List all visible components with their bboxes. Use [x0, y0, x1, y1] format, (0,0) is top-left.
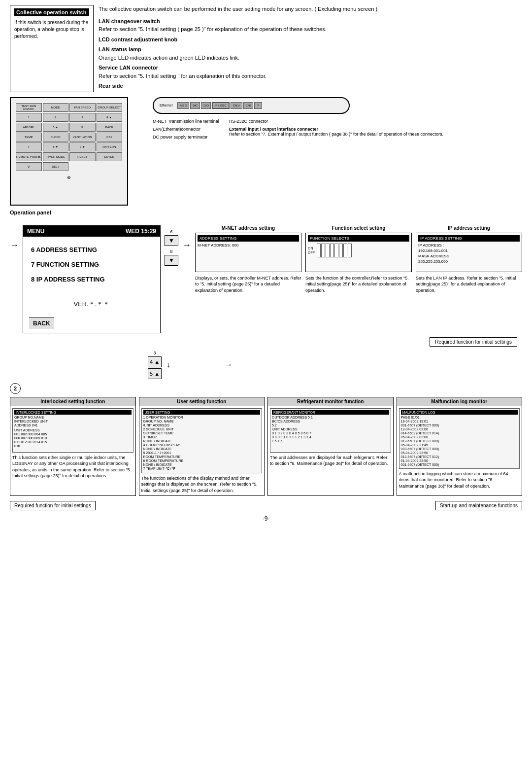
- rear-port-3: D/O: [201, 102, 211, 109]
- refrigerant-line-1: OUTDOOR ADDRESS 5 1: [272, 416, 389, 419]
- malfunction-line-1: PAGE 01/01: [401, 416, 518, 419]
- menu-header: MENU WED 15:29: [23, 226, 160, 237]
- function-dip-container: ON OFF: [308, 244, 409, 257]
- panel-btn-9: 9 ▼: [69, 142, 96, 151]
- diagram-section: TEST RUN ON/OFF MODE FAN SPEED GROUP SEL…: [10, 97, 522, 215]
- panel-btn-testrun: TEST RUN ON/OFF: [16, 103, 42, 112]
- interlocked-line-2: INTERLOCKED UNIT: [14, 420, 132, 423]
- circle-row: 2: [10, 382, 522, 394]
- refrigerant-line-8: 1 5 1 6: [272, 439, 389, 443]
- switch-desc-1: Refer to section "5. Initial setting ( p…: [99, 26, 327, 32]
- bottom-label-left: Required function for initial settings: [10, 501, 96, 510]
- menu-back-container: BACK: [23, 314, 160, 333]
- connector-right: RS-232C connector External input / outpu…: [229, 119, 443, 140]
- mnet-address-desc: Displays, or sets, the controller M-NET …: [195, 275, 301, 294]
- function-select-desc: Sets the function of the controller.Refe…: [305, 275, 412, 294]
- rear-port-1: A B S: [177, 102, 189, 109]
- bottom-nav-label-3: 3: [153, 351, 156, 355]
- user-setting-screen: USER SETTING 1 OPERATION MONITOR GROUP N…: [141, 408, 263, 473]
- ip-address-screen: IP ADDRESS SETTING IP ADDRESS : 192.168.…: [416, 233, 522, 272]
- rear-port-cn1: CN1↑: [231, 102, 242, 109]
- dip-7: [343, 244, 347, 257]
- malfunction-box: Malfunction log monitor MALFUNCTION LOG …: [397, 397, 523, 496]
- circle-symbol: ⊗: [14, 175, 124, 180]
- ip-screen-line-3: MASK ADDRESS:: [418, 254, 520, 258]
- user-line-11: ROOM TEMPERATURE: [143, 455, 261, 459]
- refrigerant-desc: The unit addresses are displayed for eac…: [270, 455, 391, 467]
- menu-box: MENU WED 15:29 6 ADDRESS SETTING 7 FUNCT…: [23, 225, 161, 333]
- connector-left: M-NET Transmission line terminal LAN(Eth…: [153, 119, 219, 140]
- connector-rs232c: RS-232C connector: [229, 119, 443, 124]
- function-select-screen: FUNCTION SELECTS ON OFF: [305, 233, 412, 272]
- user-line-5: SET/BK/SET TEMP: [143, 431, 261, 435]
- dip-2: [321, 244, 325, 257]
- malfunction-header: MALFUNCTION LOG: [401, 410, 518, 415]
- malfunction-line-2: 18-04-2002 19:01: [401, 420, 518, 423]
- panel-btn-1: 1: [16, 113, 42, 122]
- switch-label-1: LAN changeover switch: [99, 18, 160, 24]
- nav-btn-down-9[interactable]: ▼: [165, 255, 178, 266]
- panel-btn-e: E: [69, 123, 96, 132]
- malfunction-line-12: 01-04-2002 23:50: [401, 459, 518, 462]
- panel-btn-enter: ENTER: [97, 152, 123, 161]
- malfunction-line-6: 05-04-2002 03:00: [401, 435, 518, 439]
- refrigerant-title: Refrigerant monitor function: [268, 397, 393, 406]
- interlocked-unit-addr-label: UNIT ADDRESS: [14, 428, 132, 432]
- panel-btn-ds1: DS1+: [43, 162, 69, 171]
- on-off-labels: ON OFF: [308, 247, 315, 254]
- nav-btn-down-7[interactable]: ▼: [165, 235, 178, 246]
- connector-labels: M-NET Transmission line terminal LAN(Eth…: [153, 119, 522, 140]
- function-screen-header: FUNCTION SELECTS: [308, 235, 409, 242]
- rear-diagram: Ethernet A B S D/C D/O RS232C CN1↑ CN2 P: [153, 97, 350, 114]
- rear-port-rs232c: RS232C: [212, 102, 230, 109]
- bottom-nav-buttons: 3 4 ▲ 5 ▲: [148, 351, 162, 379]
- dip-1: [317, 244, 321, 257]
- malfunction-line-4: 12-04-2002 03:00: [401, 427, 518, 431]
- ip-screen-line-2: 192.168.001.001: [418, 248, 520, 253]
- panel-btn-timer: TIMER MODE: [43, 152, 69, 161]
- bottom-nav-btn-4[interactable]: 4 ▲: [148, 356, 162, 367]
- function-select-panel: Function select setting FUNCTION SELECTS…: [305, 225, 412, 294]
- user-setting-content: USER SETTING 1 OPERATION MONITOR GROUP N…: [139, 406, 265, 496]
- panel-btn-group: GROUP SELECT: [97, 103, 123, 112]
- nav-buttons-column: 6 ▼ 8 ▼: [165, 225, 178, 266]
- user-line-14: 7 TEMP UNIT ℃ / ℉: [143, 467, 261, 471]
- malfunction-line-9: 003-6607 (DETECT 000): [401, 447, 518, 451]
- right-descriptions: The collective operation switch can be p…: [99, 5, 522, 92]
- switch-item-2: LCD contrast adjustment knob: [99, 35, 522, 44]
- bottom-nav-row: 3 4 ▲ 5 ▲ ↓ →: [10, 351, 522, 379]
- four-function-boxes: Interlocked setting function INTERLOCKED…: [10, 397, 522, 496]
- switch-label-3: LAN status lamp: [99, 46, 141, 52]
- interlocked-header: INTERLOCKED SETTING: [14, 410, 132, 415]
- menu-item-3: 8 IP ADDRESS SETTING: [31, 273, 152, 286]
- dip-3: [326, 244, 330, 257]
- malfunction-line-11: 012-6607 (DETECT 012): [401, 455, 518, 459]
- malfunction-line-5: 014-6602 (DETECT 014): [401, 431, 518, 435]
- user-line-7: NONE / INDICATE: [143, 439, 261, 443]
- panel-btn-clock: CLOCK: [43, 133, 69, 141]
- circle-2: 2: [10, 383, 21, 394]
- down-arrow-big: ↓: [166, 360, 170, 369]
- user-setting-title: User setting function: [139, 397, 265, 406]
- malfunction-line-8: 05-04-2002 21:45: [401, 443, 518, 447]
- menu-item-2: 7 FUNCTION SETTING: [31, 258, 152, 271]
- rear-port-2: D/C: [190, 102, 200, 109]
- menu-back-button[interactable]: BACK: [29, 318, 54, 329]
- nav-btn-label-6: 6: [165, 229, 178, 234]
- bottom-nav-btn-5[interactable]: 5 ▲: [148, 368, 162, 379]
- mnet-address-panel: M-NET address setting ADDRESS SETTING M-…: [195, 225, 301, 294]
- switch-label-4: Service LAN connector: [99, 65, 158, 71]
- refrigerant-line-6: 0 1 0 2 0 3 0 4 0 5 0 6 0 7: [272, 431, 389, 435]
- refrigerant-box: Refrigerant monitor function REFRIGERANT…: [267, 397, 394, 496]
- user-setting-desc: The function selections of the display m…: [141, 475, 263, 494]
- panel-btn-8: 8 ▼: [43, 142, 69, 151]
- interlocked-content: INTERLOCKED SETTING GROUP NO.NAME INTERL…: [10, 406, 135, 481]
- interlocked-line-3: ADDRESS 041: [14, 424, 132, 427]
- collective-switch-box: Collective operation switch If this swit…: [10, 5, 94, 92]
- connector-external: External input / output interface connec…: [229, 127, 443, 137]
- user-line-2: GROUP NO. NAME: [143, 420, 261, 423]
- refrigerant-content: REFRIGERANT MONITOR OUTDOOR ADDRESS 5 1 …: [268, 406, 393, 469]
- switch-item-5: Rear side: [99, 82, 522, 90]
- on-label: ON: [308, 247, 315, 250]
- page-number: -9-: [10, 515, 522, 522]
